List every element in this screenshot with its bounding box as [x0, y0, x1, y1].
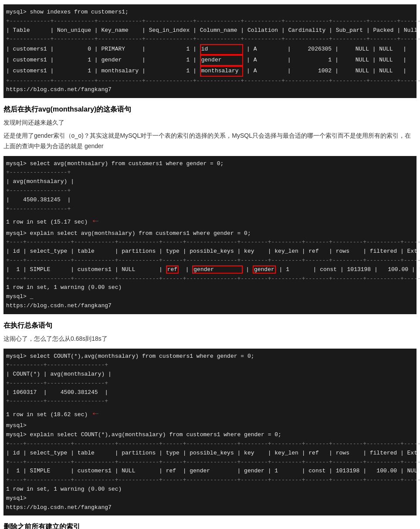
terminal-avg-query: mysql> select avg(monthsalary) from cust…	[3, 156, 417, 314]
term-timing-3b: 1 row in set, 1 warning (0.00 sec)	[6, 485, 414, 494]
term-row-monthsalary: | customers1 | 1 | monthsalary | 1 | mon…	[6, 66, 414, 77]
term-sep-2e: +----+-------------+------------+-------…	[6, 256, 414, 265]
term-sep-1c: +------------+------------+-------------…	[6, 77, 414, 86]
term-prompt-3a: mysql>	[6, 421, 414, 431]
watermark-1: https://blog.csdn.net/fangkang7	[6, 86, 112, 93]
term-sep-2a: +-----------------+	[6, 168, 414, 177]
term-prompt-3b: mysql>	[6, 494, 414, 503]
term-sep-1b: +------------+------------+-------------…	[6, 35, 414, 44]
terminal-show-indexes: mysql> show indexes from customers1; +--…	[3, 4, 417, 98]
term-sep-2b: +-----------------+	[6, 187, 414, 196]
watermark-3: https://blog.csdn.net/fangkang7	[6, 504, 112, 511]
term-cmd-2a: mysql> select avg(monthsalary) from cust…	[6, 159, 414, 169]
section3-wrapper: 删除之前所有建立的索引	[3, 522, 417, 529]
term-timing-2b: 1 row in set, 1 warning (0.00 sec)	[6, 283, 414, 292]
term-prompt-2: mysql> _	[6, 292, 414, 302]
term-header-3b: | id | select_type | table | partitions …	[6, 449, 414, 458]
section2-text: 这闹心了，怎么了怎么从0.68s到18s了	[3, 334, 417, 344]
term-value-3: | 1060317 | 4500.381245 |	[6, 388, 414, 397]
term-sep-2d: +----+-------------+------------+-------…	[6, 238, 414, 247]
term-row-3b: | 1 | SIMPLE | customers1 | NULL | ref |…	[6, 467, 414, 476]
term-row-2b: | 1 | SIMPLE | customers1 | NULL | ref |…	[6, 265, 414, 275]
term-sep-3e: +----+-------------+------------+-------…	[6, 458, 414, 467]
term-header-2b: | id | select_type | table | partitions …	[6, 247, 414, 256]
terminal-count-query: mysql> select COUNT(*),avg(monthsalary) …	[3, 349, 417, 516]
term-timing-3: 1 row in set (18.62 sec) ←	[6, 406, 414, 421]
term-header-1: | Table | Non_unique | Key_name | Seq_in…	[6, 26, 414, 35]
term-header-2: | avg(monthsalary) |	[6, 177, 414, 187]
section1-wrapper: 然后在执行avg(monthsalary)的这条语句 发现时间还越来越久了 还是…	[3, 105, 417, 151]
term-cmd-1: mysql> show indexes from customers1;	[6, 8, 414, 17]
section1-text1: 发现时间还越来越久了	[3, 118, 417, 128]
term-sep-3c: +----------+-----------------+	[6, 397, 414, 406]
term-timing-2: 1 row in set (15.17 sec) ←	[6, 214, 414, 229]
page-wrapper: mysql> show indexes from customers1; +--…	[0, 4, 420, 529]
term-sep-3b: +----------+-----------------+	[6, 379, 414, 388]
term-row-primary: | customers1 | 0 | PRIMARY | 1 | id | A …	[6, 44, 414, 55]
term-sep-2f: +----+-------------+------------+-------…	[6, 275, 414, 284]
term-row-gender: | customers1 | 1 | gender | 1 | gender |…	[6, 55, 414, 66]
section1-heading: 然后在执行avg(monthsalary)的这条语句	[3, 105, 417, 114]
term-cmd-2b: mysql> explain select avg(monthsalary) f…	[6, 229, 414, 238]
term-sep-3f: +----+-------------+------------+-------…	[6, 476, 414, 485]
term-cmd-3a: mysql> select COUNT(*),avg(monthsalary) …	[6, 352, 414, 361]
term-sep-3a: +----------+-----------------+	[6, 361, 414, 370]
term-value-2: | 4500.381245 |	[6, 196, 414, 205]
term-cmd-3b: mysql> explain select COUNT(*),avg(month…	[6, 431, 414, 440]
section1-text2: 还是使用了gender索引（o_o)？其实这就是MySQL对于一个表的索引的选择…	[3, 131, 417, 152]
section2-heading: 在执行总条语句	[3, 321, 417, 330]
section3-heading: 删除之前所有建立的索引	[3, 522, 417, 529]
term-sep-2c: +-----------------+	[6, 205, 414, 214]
term-sep-1a: +------------+------------+-------------…	[6, 17, 414, 26]
section2-wrapper: 在执行总条语句 这闹心了，怎么了怎么从0.68s到18s了	[3, 321, 417, 344]
term-sep-3d: +----+-------------+------------+-------…	[6, 440, 414, 449]
term-header-3: | COUNT(*) | avg(monthsalary) |	[6, 370, 414, 379]
watermark-2: https://blog.csdn.net/fangkang7	[6, 302, 112, 309]
